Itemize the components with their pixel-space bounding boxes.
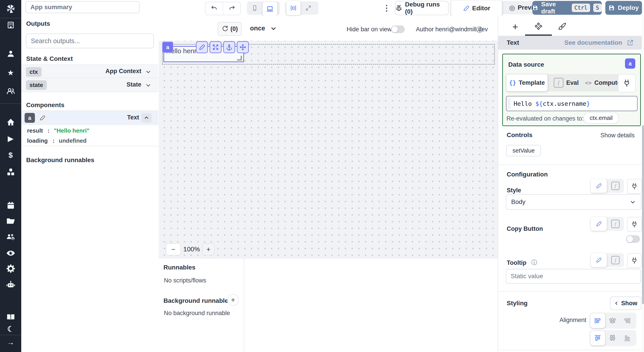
move-component-button[interactable]: [237, 41, 249, 53]
schedules-calendar-icon[interactable]: [0, 200, 21, 211]
zoom-in-button[interactable]: +: [202, 243, 215, 256]
tooltip-plug-button[interactable]: [627, 253, 642, 268]
component-row-a[interactable]: a Text: [21, 110, 158, 125]
section-divider: [498, 350, 644, 350]
settings-gear-icon[interactable]: [0, 263, 21, 274]
linked-component-badge: a: [625, 58, 635, 69]
state-row[interactable]: state State: [21, 78, 158, 92]
mobile-view-button[interactable]: [248, 2, 262, 14]
align-center-vertical-button[interactable]: [605, 331, 620, 346]
function-icon: f: [554, 78, 564, 88]
dark-mode-moon-icon[interactable]: ☾: [0, 324, 21, 334]
deploy-button[interactable]: Deploy: [605, 1, 642, 15]
workspace-icon[interactable]: [0, 20, 21, 30]
app-summary-input[interactable]: [26, 1, 140, 13]
favorites-star-icon[interactable]: ★: [0, 67, 21, 78]
style-select[interactable]: Body: [506, 194, 641, 210]
align-top-button[interactable]: [590, 331, 605, 346]
copy-plug-button[interactable]: [627, 217, 642, 232]
static-edit-button[interactable]: [591, 217, 607, 231]
resize-handle[interactable]: [237, 56, 242, 60]
groups-admin-icon[interactable]: [0, 232, 21, 242]
folders-icon[interactable]: [0, 216, 21, 226]
zoom-out-button[interactable]: −: [166, 243, 181, 256]
align-center-horizontal-button[interactable]: [605, 313, 620, 328]
refresh-button[interactable]: (0): [218, 22, 242, 36]
selected-component-badge[interactable]: a: [162, 42, 173, 53]
compute-mode-tab[interactable]: <> Compute: [585, 80, 620, 86]
theme-brush-tab[interactable]: [555, 20, 569, 34]
collapse-sidebar-arrow-icon[interactable]: →: [0, 337, 21, 348]
anchor-icon: [226, 44, 232, 50]
component-settings-tab[interactable]: [531, 20, 546, 34]
align-right-button[interactable]: [620, 313, 634, 328]
eval-edit-button[interactable]: f: [607, 220, 624, 228]
set-value-button[interactable]: setValue: [506, 145, 541, 156]
variables-dollar-icon[interactable]: $: [0, 150, 21, 160]
state-badge: state: [26, 80, 47, 90]
template-code-input[interactable]: Hello ${ctx.username}: [506, 96, 638, 111]
app-canvas[interactable]: Hello henri a − 100% +: [159, 41, 498, 259]
ctx-row[interactable]: ctx App Context: [21, 64, 158, 78]
prop-result-row[interactable]: result : "Hello henri": [21, 124, 158, 136]
docs-book-icon[interactable]: [0, 312, 21, 322]
eval-mode-tab[interactable]: f Eval: [554, 78, 579, 88]
style-plug-button[interactable]: [627, 179, 642, 194]
connect-plug-button[interactable]: [618, 74, 636, 92]
community-icon[interactable]: [0, 86, 21, 96]
align-left-button[interactable]: [590, 313, 605, 328]
redo-button[interactable]: [223, 2, 240, 15]
center-canvas-button[interactable]: [286, 1, 300, 15]
audit-eye-icon[interactable]: [0, 248, 21, 258]
edit-component-button[interactable]: [196, 41, 208, 53]
panel-scrollbar-thumb[interactable]: [642, 125, 644, 304]
debug-runs-button[interactable]: Debug runs (0): [395, 1, 448, 15]
info-icon[interactable]: ⓘ: [476, 26, 483, 34]
reeval-dep-pill[interactable]: ctx.email: [584, 112, 619, 124]
runnables-panel: Runnables No scripts/flows Background ru…: [159, 259, 498, 352]
hide-bar-toggle[interactable]: [391, 26, 405, 33]
search-outputs-input[interactable]: [26, 34, 154, 48]
editor-tab[interactable]: Editor: [451, 0, 502, 16]
static-edit-button[interactable]: [591, 253, 607, 267]
alignment-label: Alignment: [560, 317, 586, 324]
chevron-down-icon[interactable]: [145, 69, 151, 75]
windmill-logo-icon[interactable]: [0, 4, 21, 14]
template-mode-tab[interactable]: {} Template: [506, 74, 548, 92]
save-draft-button[interactable]: Save draft Ctrl S: [532, 1, 602, 15]
see-documentation-link[interactable]: See documentation: [564, 39, 622, 46]
resources-cubes-icon[interactable]: [0, 167, 21, 178]
ai-robot-icon[interactable]: [0, 279, 21, 290]
desktop-view-button[interactable]: [262, 2, 277, 16]
more-options-button[interactable]: ⋮: [382, 2, 392, 14]
eval-edit-button[interactable]: f: [607, 256, 624, 264]
runs-play-icon[interactable]: ▶: [0, 133, 21, 144]
add-background-runnable-button[interactable]: +: [227, 294, 239, 306]
align-bottom-button[interactable]: [620, 331, 634, 346]
expand-component-button[interactable]: [210, 41, 222, 53]
show-details-link[interactable]: Show details: [600, 132, 634, 139]
canvas-header: (0) once Hide bar on view Author henri@w…: [159, 16, 498, 41]
panel-scrollbar-track[interactable]: [642, 16, 644, 352]
undo-button[interactable]: [206, 2, 223, 15]
chevron-down-icon[interactable]: [145, 82, 151, 88]
home-icon[interactable]: [0, 117, 21, 128]
user-icon[interactable]: [0, 48, 21, 59]
collapse-chevron-up-button[interactable]: [141, 113, 152, 122]
pencil-icon: [596, 221, 602, 227]
anchor-component-button[interactable]: [223, 41, 235, 53]
no-scripts-label: No scripts/flows: [164, 277, 206, 284]
prop-loading-row[interactable]: loading : undefined: [21, 136, 158, 146]
insert-component-tab[interactable]: +: [508, 20, 522, 34]
eval-edit-button[interactable]: f: [607, 182, 624, 190]
static-edit-button[interactable]: [591, 179, 607, 193]
tooltip-input[interactable]: [506, 269, 641, 284]
styling-show-button[interactable]: Show: [610, 296, 641, 310]
data-source-title: Data source: [508, 61, 544, 68]
fullscreen-canvas-button[interactable]: [302, 2, 315, 14]
copy-button-toggle[interactable]: [626, 235, 640, 243]
external-link-icon[interactable]: [626, 39, 634, 46]
save-icon: [532, 5, 538, 11]
refresh-mode-select[interactable]: once: [250, 24, 277, 32]
rename-pencil-icon[interactable]: [37, 113, 48, 123]
